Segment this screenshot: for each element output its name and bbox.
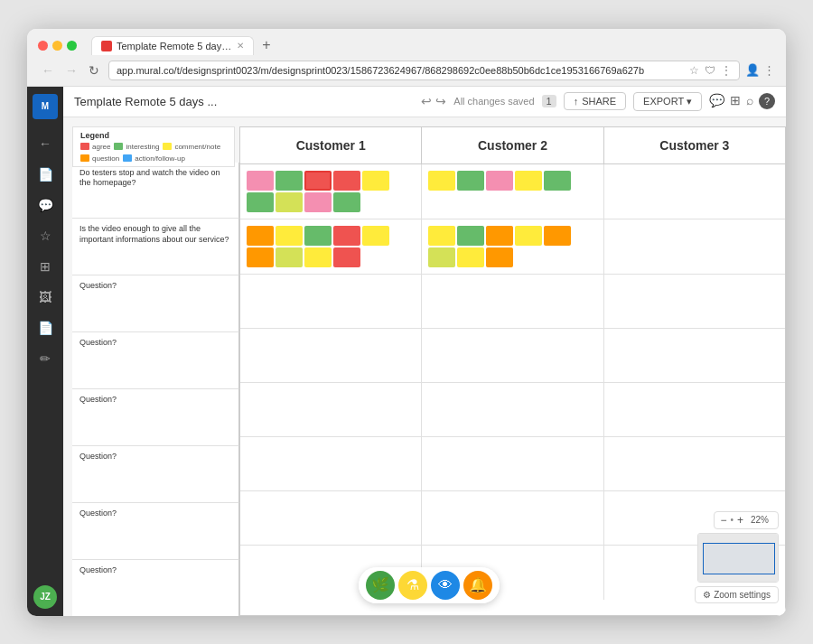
zoom-controls: − • + 22% ⚙ Zoom settings (695, 511, 779, 603)
traffic-lights (38, 41, 77, 51)
refresh-button[interactable]: ↻ (85, 61, 103, 79)
zoom-settings-button[interactable]: ⚙ Zoom settings (695, 586, 779, 603)
sidebar-icon-document[interactable]: 📄 (32, 314, 59, 341)
sticky-note[interactable] (486, 247, 513, 267)
sticky-note[interactable] (276, 192, 303, 212)
grid-view-icon[interactable]: ⊞ (730, 93, 741, 109)
export-button[interactable]: EXPORT ▾ (633, 92, 702, 111)
sticky-note[interactable] (457, 171, 484, 191)
sticky-note[interactable] (333, 171, 360, 191)
grid-cell-r6c1 (422, 491, 603, 545)
zoom-out-button[interactable]: − (720, 514, 726, 527)
help-icon[interactable]: ? (759, 93, 775, 109)
close-button[interactable] (38, 41, 48, 51)
legend: Legend agree interesting (72, 126, 235, 167)
sticky-note[interactable] (515, 171, 542, 191)
back-button[interactable]: ← (38, 61, 58, 79)
comment-icon[interactable]: 💬 (709, 93, 724, 109)
browser-titlebar: Template Remote 5 days Sprin... ✕ + (38, 36, 775, 55)
sticky-note[interactable] (276, 171, 303, 191)
sticky-note[interactable] (362, 171, 389, 191)
grid-cell-r4c1 (422, 383, 603, 436)
tool-button-1[interactable]: 🌿 (366, 571, 395, 600)
shield-icon: 🛡 (705, 64, 715, 77)
zoom-in-button[interactable]: + (737, 514, 743, 527)
sidebar-icon-comments[interactable]: 💬 (32, 191, 59, 219)
sticky-note[interactable] (304, 171, 332, 191)
sticky-note[interactable] (333, 247, 360, 267)
legend-item-question: question (80, 154, 119, 163)
legend-label-action: action/follow-up (135, 154, 185, 163)
minimize-button[interactable] (52, 41, 62, 51)
search-icon[interactable]: ⌕ (746, 93, 753, 109)
tool-button-4[interactable]: 🔔 (463, 571, 492, 600)
sticky-note[interactable] (333, 192, 360, 212)
star-icon[interactable]: ☆ (689, 64, 699, 77)
sidebar-icon-pages[interactable]: 📄 (32, 161, 59, 188)
tool-button-2[interactable]: ⚗ (398, 571, 427, 600)
user-account-icon[interactable]: 👤 (745, 63, 760, 77)
sticky-note[interactable] (304, 226, 332, 246)
share-button[interactable]: ↑ SHARE (564, 92, 626, 110)
sidebar-icon-back[interactable]: ← (32, 130, 59, 157)
user-count-badge: 1 (542, 95, 556, 107)
legend-label-question: question (92, 154, 119, 163)
grid-cell-r2c1 (422, 275, 603, 328)
sticky-note[interactable] (428, 247, 455, 267)
sticky-notes-r0c1 (425, 168, 599, 193)
sidebar-icon-pen[interactable]: ✏ (32, 345, 59, 372)
sticky-note[interactable] (457, 226, 484, 246)
tab-close-icon[interactable]: ✕ (237, 41, 244, 51)
zoom-row: − • + 22% (714, 511, 779, 529)
sticky-note[interactable] (276, 247, 303, 267)
row-label-7: Question? (72, 560, 239, 616)
grid-cell-r1c0 (240, 219, 422, 274)
sidebar: M ← 📄 💬 ☆ ⊞ 🖼 📄 ✏ JZ (27, 87, 63, 616)
sticky-note[interactable] (428, 226, 455, 246)
column-header-customer3: Customer 3 (604, 127, 785, 163)
app-container: M ← 📄 💬 ☆ ⊞ 🖼 📄 ✏ JZ Template Remote 5 d… (27, 87, 786, 616)
browser-tab-active[interactable]: Template Remote 5 days Sprin... ✕ (91, 36, 254, 55)
redo-button[interactable]: ↪ (435, 94, 446, 108)
grid-cell-r3c1 (422, 329, 603, 382)
legend-item-interesting: interesting (114, 143, 159, 151)
sidebar-icon-image[interactable]: 🖼 (32, 284, 59, 311)
tab-title: Template Remote 5 days Sprin... (117, 41, 232, 51)
sticky-note[interactable] (247, 171, 274, 191)
address-bar[interactable]: app.mural.co/t/designsprint0023/m/design… (108, 61, 740, 80)
legend-label-comment: comment/note (174, 143, 220, 151)
sticky-note[interactable] (486, 171, 513, 191)
share-icon: ↑ (574, 96, 579, 107)
sticky-note[interactable] (544, 226, 571, 246)
sticky-note[interactable] (304, 247, 332, 267)
grid-cell-r6c0 (240, 491, 422, 545)
more-icon[interactable]: ⋮ (721, 64, 732, 77)
forward-button[interactable]: → (61, 61, 81, 79)
tool-button-3[interactable]: 👁 (431, 571, 460, 600)
row-label-3: Question? (72, 332, 239, 389)
sticky-note[interactable] (362, 226, 389, 246)
sticky-note[interactable] (304, 192, 332, 212)
canvas-area[interactable]: Legend agree interesting (63, 117, 786, 616)
sticky-note[interactable] (486, 226, 513, 246)
sidebar-icon-favorites[interactable]: ☆ (32, 222, 59, 249)
sticky-note[interactable] (428, 171, 455, 191)
maximize-button[interactable] (67, 41, 77, 51)
user-avatar[interactable]: JZ (33, 585, 57, 609)
column-header-customer2: Customer 2 (422, 127, 603, 163)
sticky-note[interactable] (333, 226, 360, 246)
column-header-customer1: Customer 1 (240, 127, 422, 163)
sticky-note[interactable] (544, 171, 571, 191)
sticky-note[interactable] (515, 226, 542, 246)
undo-button[interactable]: ↩ (421, 94, 432, 108)
sticky-note[interactable] (247, 247, 274, 267)
new-tab-button[interactable]: + (257, 36, 276, 54)
sticky-note[interactable] (457, 247, 484, 267)
sidebar-icon-grid[interactable]: ⊞ (32, 253, 59, 280)
sticky-note[interactable] (247, 192, 274, 212)
sticky-note[interactable] (247, 226, 274, 246)
menu-icon[interactable]: ⋮ (763, 63, 775, 77)
sticky-note[interactable] (276, 226, 303, 246)
url-text: app.mural.co/t/designsprint0023/m/design… (117, 65, 689, 76)
grid-header: Customer 1 Customer 2 Customer 3 (240, 127, 785, 164)
